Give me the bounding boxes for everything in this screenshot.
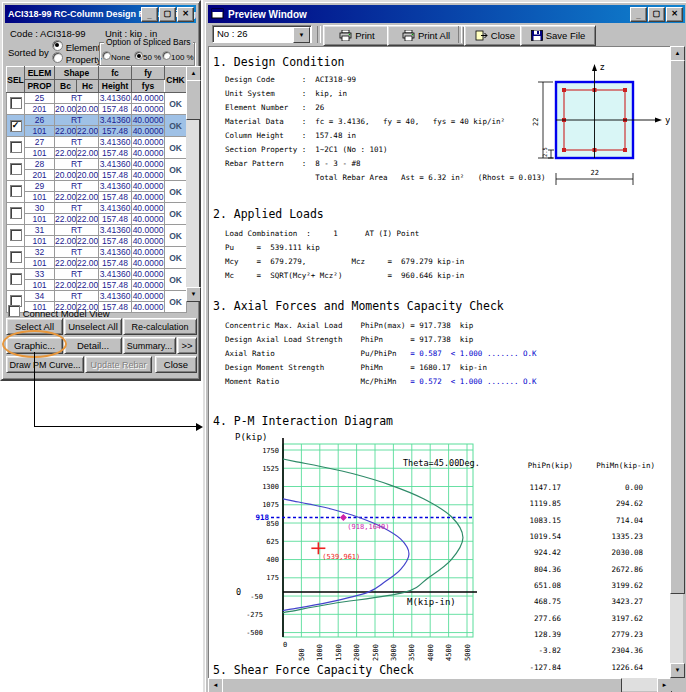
col-hc[interactable]: Hc xyxy=(77,80,99,93)
table-row[interactable]: 10122.0022.00157.4840.0000 xyxy=(7,126,187,137)
print-button[interactable]: Print xyxy=(323,25,391,46)
checkbox-icon[interactable] xyxy=(10,273,22,285)
recalculation-button[interactable]: Re-calculation xyxy=(123,318,197,335)
connect-model-view-checkbox[interactable]: Connect Model View xyxy=(8,305,110,319)
col-sel[interactable]: SEL xyxy=(7,67,25,93)
col-fc[interactable]: fc xyxy=(99,67,132,80)
row-select-checkbox[interactable] xyxy=(7,137,25,159)
table-row[interactable]: 10122.0022.00157.4840.0000 xyxy=(7,258,187,269)
preview-hscroll-thumb[interactable] xyxy=(222,678,622,692)
pm-table-header: PhiPn(kip)PhiMn(kip-in) xyxy=(511,461,661,483)
detail-button[interactable]: Detail... xyxy=(64,337,122,354)
checkbox-icon[interactable] xyxy=(10,229,22,241)
preview-vscroll-thumb[interactable] xyxy=(670,60,685,594)
table-row[interactable]: 25RT3.4136040.0000OK xyxy=(7,93,187,104)
row-select-checkbox[interactable] xyxy=(7,93,25,115)
checkbox-icon[interactable] xyxy=(10,185,22,197)
table-scroll-thumb[interactable] xyxy=(186,80,201,120)
preview-vscrollbar[interactable]: ▲ ▼ xyxy=(670,46,683,678)
close-icon[interactable]: ✕ xyxy=(666,7,683,22)
exit-icon xyxy=(475,30,488,41)
close-icon[interactable]: ✕ xyxy=(177,7,194,22)
row-select-checkbox[interactable] xyxy=(7,247,25,269)
checkbox-icon[interactable] xyxy=(10,97,22,109)
svg-text:(918,1640): (918,1640) xyxy=(347,523,389,531)
row-select-checkbox[interactable] xyxy=(7,225,25,247)
col-prop[interactable]: PROP xyxy=(25,80,55,93)
unselect-all-button[interactable]: Unselect All xyxy=(64,318,122,335)
table-row[interactable]: 32RT3.4136040.0000OK xyxy=(7,247,187,258)
table-row[interactable]: 33RT3.4136040.0000OK xyxy=(7,269,187,280)
scroll-up-icon[interactable]: ▲ xyxy=(186,66,201,81)
table-row[interactable]: 20120.0020.00157.4840.0000 xyxy=(7,170,187,181)
svg-text:1000: 1000 xyxy=(316,644,324,661)
dialog-titlebar[interactable]: ACI318-99 RC-Column Design Result Dialog… xyxy=(5,5,196,23)
check-status: OK xyxy=(165,225,187,247)
table-row[interactable]: 27RT3.4136040.0000OK xyxy=(7,137,187,148)
col-shape[interactable]: Shape xyxy=(55,67,99,80)
col-elem[interactable]: ELEM xyxy=(25,67,55,80)
radio-none[interactable]: None xyxy=(102,51,130,62)
preview-hscrollbar[interactable]: ◄ ► xyxy=(208,678,670,691)
table-row[interactable]: ✓26RT3.4136040.0000OK xyxy=(7,115,187,126)
col-chk[interactable]: CHK xyxy=(165,67,187,93)
table-row[interactable]: 31RT3.4136040.0000OK xyxy=(7,225,187,236)
more-button[interactable]: >> xyxy=(177,337,197,354)
toolbar-separator xyxy=(317,26,321,43)
pm-table-row: 1083.15714.04 xyxy=(511,516,661,532)
close-preview-button[interactable]: Close xyxy=(464,25,526,46)
scroll-left-icon[interactable]: ◄ xyxy=(208,678,223,692)
table-cell: RT xyxy=(55,181,99,192)
table-row[interactable]: 10122.0022.00157.4840.0000 xyxy=(7,236,187,247)
row-select-checkbox[interactable] xyxy=(7,203,25,225)
checkbox-icon[interactable] xyxy=(10,251,22,263)
row-select-checkbox[interactable] xyxy=(7,181,25,203)
minimize-icon[interactable]: _ xyxy=(630,7,647,22)
scroll-down-icon[interactable]: ▼ xyxy=(670,663,685,678)
checkbox-checked-icon[interactable]: ✓ xyxy=(10,120,22,132)
checkbox-icon[interactable] xyxy=(10,207,22,219)
record-combo[interactable]: No : 26 ▼ xyxy=(212,25,312,43)
preview-titlebar[interactable]: Preview Window _ ▢ ✕ xyxy=(208,5,685,23)
table-cell: 34 xyxy=(25,291,55,302)
scroll-down-icon[interactable]: ▼ xyxy=(186,287,201,302)
update-rebar-button[interactable]: Update Rebar xyxy=(85,356,152,373)
check-status: OK xyxy=(165,269,187,291)
row-select-checkbox[interactable] xyxy=(7,159,25,181)
draw-pm-curve-button[interactable]: Draw PM Curve... xyxy=(6,356,84,373)
row-select-checkbox[interactable] xyxy=(7,269,25,291)
table-row[interactable]: 10122.0022.00157.4840.0000 xyxy=(7,280,187,291)
save-file-button[interactable]: Save File xyxy=(520,25,596,46)
col-fy[interactable]: fy xyxy=(132,67,165,80)
col-height[interactable]: Height xyxy=(99,80,132,93)
table-cell: 22.00 xyxy=(55,280,77,291)
table-row[interactable]: 20120.0020.00157.4840.0000 xyxy=(7,104,187,115)
col-fys[interactable]: fys xyxy=(132,80,165,93)
table-row[interactable]: 34RT3.4136040.0000OK xyxy=(7,291,187,302)
table-scrollbar[interactable]: ▲ ▼ xyxy=(186,66,199,302)
summary-button[interactable]: Summary... xyxy=(123,337,176,354)
table-row[interactable]: 10122.0022.00157.4840.0000 xyxy=(7,148,187,159)
radio-100[interactable]: 100 % xyxy=(162,51,194,62)
print-all-button[interactable]: Print All xyxy=(387,25,465,46)
table-row[interactable]: 10122.0022.00157.4840.0000 xyxy=(7,214,187,225)
table-cell: 20.00 xyxy=(55,104,77,115)
table-row[interactable]: 28RT3.4136040.0000OK xyxy=(7,159,187,170)
radio-50[interactable]: 50 % xyxy=(134,51,161,62)
table-cell: 3.41360 xyxy=(99,203,132,214)
chevron-down-icon[interactable]: ▼ xyxy=(293,27,310,43)
preview-window: Preview Window _ ▢ ✕ No : 26 ▼ Print Pri… xyxy=(203,0,686,692)
maximize-icon[interactable]: ▢ xyxy=(648,7,665,22)
scroll-up-icon[interactable]: ▲ xyxy=(670,46,685,61)
table-row[interactable]: 29RT3.4136040.0000OK xyxy=(7,181,187,192)
radio-property[interactable]: Property xyxy=(52,52,102,65)
minimize-icon[interactable]: _ xyxy=(141,7,158,22)
close-button[interactable]: Close xyxy=(155,356,197,373)
row-select-checkbox[interactable]: ✓ xyxy=(7,115,25,137)
checkbox-icon[interactable] xyxy=(10,141,22,153)
col-bc[interactable]: Bc xyxy=(55,80,77,93)
table-row[interactable]: 10122.0022.00157.4840.0000 xyxy=(7,192,187,203)
table-row[interactable]: 30RT3.4136040.0000OK xyxy=(7,203,187,214)
checkbox-icon[interactable] xyxy=(10,163,22,175)
maximize-icon[interactable]: ▢ xyxy=(159,7,176,22)
